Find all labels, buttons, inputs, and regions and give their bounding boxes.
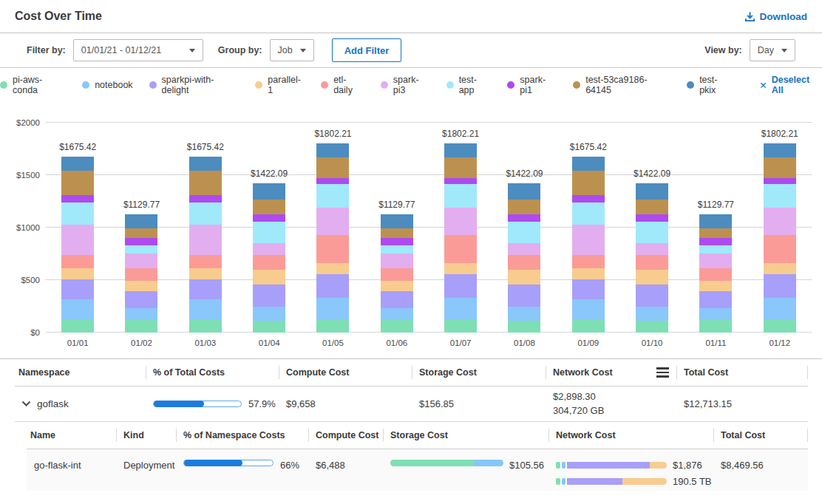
bar-segment-test-53ca9186-64145[interactable] <box>508 200 540 214</box>
view-by-select[interactable]: Day <box>750 39 795 61</box>
bar-segment-parallel-1[interactable] <box>316 263 349 274</box>
bar-segment-test-pkix[interactable] <box>316 143 349 157</box>
bar-segment-etl-daily[interactable] <box>699 268 732 281</box>
bar-segment-test-app[interactable] <box>61 202 94 225</box>
bar-segment-pi-aws-conda[interactable] <box>189 319 222 333</box>
bar-segment-test-pkix[interactable] <box>253 183 285 200</box>
date-range-select[interactable]: 01/01/21 - 01/12/21 <box>73 39 203 61</box>
bar-segment-test-app[interactable] <box>764 184 796 208</box>
bar-segment-test-53ca9186-64145[interactable] <box>699 228 732 238</box>
bar-segment-spark-pi1[interactable] <box>699 238 732 245</box>
bar-segment-test-pkix[interactable] <box>61 157 94 171</box>
bar-segment-notebook[interactable] <box>125 308 157 320</box>
bar-segment-spark-pi3[interactable] <box>253 243 285 255</box>
bar-segment-test-53ca9186-64145[interactable] <box>764 157 796 178</box>
bar-segment-sparkpi-with-delight[interactable] <box>381 291 413 308</box>
legend-item-sparkpi-with-delight[interactable]: sparkpi-with-delight <box>149 75 240 95</box>
bar-segment-etl-daily[interactable] <box>381 268 413 281</box>
bar-segment-test-53ca9186-64145[interactable] <box>444 157 477 178</box>
bar-segment-spark-pi1[interactable] <box>508 214 540 222</box>
bar-segment-pi-aws-conda[interactable] <box>125 320 157 333</box>
menu-icon[interactable] <box>656 367 669 378</box>
bar-segment-notebook[interactable] <box>764 298 796 319</box>
bar-segment-notebook[interactable] <box>699 308 732 320</box>
bar-segment-test-53ca9186-64145[interactable] <box>61 171 94 195</box>
bar-segment-etl-daily[interactable] <box>508 255 540 270</box>
bar-segment-etl-daily[interactable] <box>636 255 668 270</box>
bar-segment-pi-aws-conda[interactable] <box>636 321 668 333</box>
bar-segment-test-app[interactable] <box>508 222 540 244</box>
bar-segment-parallel-1[interactable] <box>189 268 222 279</box>
bar-segment-pi-aws-conda[interactable] <box>253 321 285 333</box>
legend-item-etl-daily[interactable]: etl-daily <box>321 75 364 95</box>
bar-segment-test-53ca9186-64145[interactable] <box>253 200 285 214</box>
add-filter-button[interactable]: Add Filter <box>332 38 402 62</box>
legend-item-pi-aws-conda[interactable]: pi-aws-conda <box>0 75 66 95</box>
bar-segment-test-pkix[interactable] <box>444 143 477 157</box>
bar-segment-sparkpi-with-delight[interactable] <box>699 291 732 308</box>
bar-segment-parallel-1[interactable] <box>764 263 796 274</box>
bar-segment-spark-pi1[interactable] <box>764 178 796 184</box>
bar-segment-sparkpi-with-delight[interactable] <box>125 291 157 308</box>
download-button[interactable]: Download <box>744 11 808 22</box>
bar-segment-pi-aws-conda[interactable] <box>316 319 349 333</box>
bar-segment-etl-daily[interactable] <box>444 235 477 263</box>
bar-segment-notebook[interactable] <box>636 307 668 321</box>
legend-item-spark-pi3[interactable]: spark-pi3 <box>381 75 430 95</box>
namespace-row-goflask[interactable]: goflask 57.9% $9,658 $156.85 $2,898.30 3… <box>15 386 808 422</box>
bar-segment-parallel-1[interactable] <box>444 263 477 274</box>
bar-segment-test-app[interactable] <box>125 245 157 253</box>
bar-segment-spark-pi1[interactable] <box>444 178 477 184</box>
bar-segment-test-app[interactable] <box>699 245 732 253</box>
bar-segment-notebook[interactable] <box>508 307 540 321</box>
bar-segment-test-app[interactable] <box>316 184 349 208</box>
bar-segment-test-app[interactable] <box>189 202 222 225</box>
bar-segment-test-53ca9186-64145[interactable] <box>316 157 349 178</box>
bar-segment-test-app[interactable] <box>253 222 285 244</box>
legend-item-test-pkix[interactable]: test-pkix <box>687 75 733 95</box>
bar-segment-spark-pi3[interactable] <box>764 208 796 235</box>
bar-segment-notebook[interactable] <box>189 299 222 319</box>
bar-segment-parallel-1[interactable] <box>699 281 732 290</box>
bar-segment-pi-aws-conda[interactable] <box>444 319 477 333</box>
group-by-select[interactable]: Job <box>270 39 314 61</box>
bar-segment-spark-pi1[interactable] <box>253 214 285 222</box>
bar-segment-sparkpi-with-delight[interactable] <box>508 285 540 307</box>
bar-segment-parallel-1[interactable] <box>61 268 94 279</box>
bar-segment-pi-aws-conda[interactable] <box>381 320 413 333</box>
bar-segment-parallel-1[interactable] <box>381 281 413 290</box>
bar-segment-sparkpi-with-delight[interactable] <box>572 279 605 299</box>
bar-segment-test-pkix[interactable] <box>508 183 540 200</box>
bar-segment-spark-pi3[interactable] <box>444 208 477 235</box>
legend-item-parallel-1[interactable]: parallel-1 <box>255 75 305 95</box>
bar-segment-pi-aws-conda[interactable] <box>699 320 732 333</box>
bar-segment-spark-pi1[interactable] <box>125 238 157 245</box>
bar-segment-etl-daily[interactable] <box>572 255 605 268</box>
legend-item-test-app[interactable]: test-app <box>446 75 492 95</box>
bar-segment-spark-pi3[interactable] <box>572 225 605 254</box>
bar-segment-test-53ca9186-64145[interactable] <box>381 228 413 238</box>
bar-segment-spark-pi3[interactable] <box>316 208 349 235</box>
bar-segment-etl-daily[interactable] <box>125 268 157 281</box>
bar-segment-spark-pi3[interactable] <box>61 225 94 254</box>
bar-segment-test-pkix[interactable] <box>189 157 222 171</box>
bar-segment-spark-pi1[interactable] <box>572 195 605 202</box>
bar-segment-test-app[interactable] <box>636 222 668 244</box>
bar-segment-parallel-1[interactable] <box>636 270 668 285</box>
bar-segment-etl-daily[interactable] <box>764 235 796 263</box>
bar-segment-test-pkix[interactable] <box>125 214 157 228</box>
bar-segment-spark-pi1[interactable] <box>61 195 94 202</box>
bar-segment-test-pkix[interactable] <box>764 143 796 157</box>
bar-segment-sparkpi-with-delight[interactable] <box>764 274 796 298</box>
bar-segment-etl-daily[interactable] <box>316 235 349 263</box>
bar-segment-spark-pi3[interactable] <box>189 225 222 254</box>
chevron-down-icon[interactable] <box>21 401 31 407</box>
bar-segment-sparkpi-with-delight[interactable] <box>444 274 477 298</box>
bar-segment-sparkpi-with-delight[interactable] <box>316 274 349 298</box>
bar-segment-test-53ca9186-64145[interactable] <box>189 171 222 195</box>
bar-segment-test-app[interactable] <box>444 184 477 208</box>
bar-segment-sparkpi-with-delight[interactable] <box>253 285 285 307</box>
bar-segment-parallel-1[interactable] <box>508 270 540 285</box>
bar-segment-sparkpi-with-delight[interactable] <box>61 279 94 299</box>
bar-segment-parallel-1[interactable] <box>125 281 157 290</box>
